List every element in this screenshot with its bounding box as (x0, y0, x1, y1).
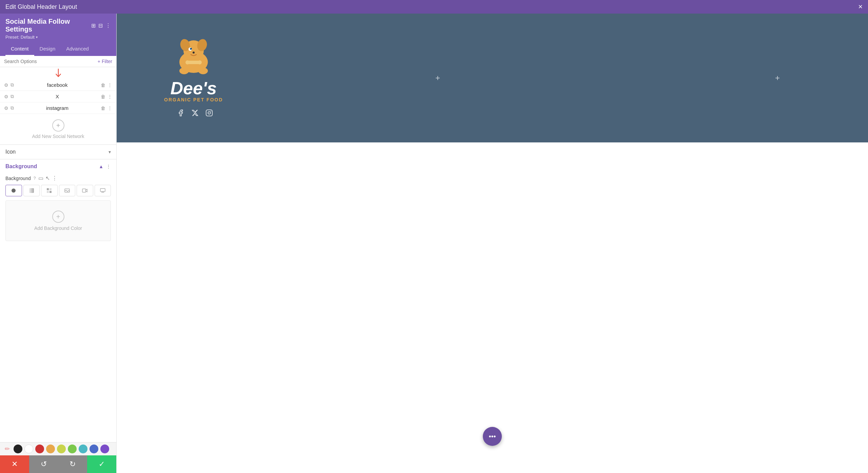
x-item-name: X (17, 94, 98, 99)
svg-point-22 (198, 60, 202, 64)
facebook-copy-icon[interactable]: ⧉ (11, 82, 14, 88)
instagram-gear-icon[interactable]: ⚙ (4, 105, 8, 111)
save-button[interactable]: ✓ (87, 455, 116, 473)
social-item-facebook: ⚙ ⧉ facebook 🗑 ⋮ (0, 79, 116, 91)
color-swatch-teal[interactable] (79, 445, 87, 453)
instagram-item-name: instagram (17, 105, 98, 111)
preview-facebook-icon[interactable] (177, 109, 184, 119)
add-background-color-label: Add Background Color (34, 225, 82, 231)
color-swatch-red[interactable] (35, 445, 44, 453)
background-type-row (5, 185, 111, 196)
facebook-more-icon[interactable]: ⋮ (107, 82, 112, 88)
redo-button[interactable]: ↻ (58, 455, 87, 473)
svg-rect-4 (47, 191, 49, 193)
logo-sub-text: ORGANIC PET FOOD (164, 97, 223, 102)
grid-icon[interactable]: ⊟ (98, 22, 103, 29)
background-desktop-icon[interactable]: ▭ (38, 175, 43, 181)
background-section-more-icon[interactable]: ⋮ (106, 164, 111, 169)
tabs-row: Content Design Advanced (0, 42, 116, 56)
more-icon[interactable]: ⋮ (105, 22, 111, 29)
instagram-copy-icon[interactable]: ⧉ (11, 105, 14, 111)
x-trash-icon[interactable]: 🗑 (101, 94, 105, 99)
x-gear-icon[interactable]: ⚙ (4, 94, 8, 99)
bg-type-image-button[interactable] (59, 185, 76, 196)
svg-rect-2 (47, 188, 49, 190)
tab-advanced[interactable]: Advanced (61, 42, 94, 56)
preview-instagram-icon[interactable] (205, 109, 213, 119)
resize-icon[interactable]: ⊞ (91, 22, 96, 29)
social-item-instagram: ⚙ ⧉ instagram 🗑 ⋮ (0, 102, 116, 114)
logo-text-area: Dee's ORGANIC PET FOOD (164, 79, 223, 102)
add-column-right-button[interactable]: + (775, 73, 780, 83)
down-arrow-icon (53, 68, 63, 79)
tab-content[interactable]: Content (5, 42, 34, 56)
background-label-row: Background ? ▭ ↖ ⋮ (5, 174, 111, 181)
background-more-icon[interactable]: ⋮ (52, 175, 57, 181)
preview-x-icon[interactable] (191, 109, 199, 119)
svg-point-24 (198, 67, 208, 74)
bg-type-gradient-button[interactable] (23, 185, 40, 196)
panel-title-row: Social Media Follow Settings ⊞ ⊟ ⋮ (5, 18, 111, 33)
color-swatch-white[interactable] (24, 445, 33, 453)
pencil-tool-icon[interactable]: ✏ (3, 445, 12, 453)
svg-rect-3 (50, 188, 52, 190)
facebook-item-right-icons: 🗑 ⋮ (101, 82, 112, 88)
bg-type-slide-button[interactable] (95, 185, 111, 196)
instagram-item-left-icons: ⚙ ⧉ (4, 105, 14, 111)
bg-type-pattern-button[interactable] (41, 185, 58, 196)
color-swatch-green[interactable] (68, 445, 77, 453)
x-copy-icon[interactable]: ⧉ (11, 94, 14, 99)
content-area (117, 142, 868, 473)
background-cursor-icon[interactable]: ↖ (45, 175, 50, 181)
add-social-circle-icon: + (52, 119, 64, 132)
logo-graphic (173, 38, 214, 77)
top-bar: Edit Global Header Layout × (0, 0, 868, 14)
social-items-list: ⚙ ⧉ facebook 🗑 ⋮ ⚙ ⧉ X 🗑 ⋮ (0, 79, 116, 114)
facebook-trash-icon[interactable]: 🗑 (101, 82, 105, 88)
fab-button[interactable]: ••• (483, 427, 502, 446)
left-panel: Social Media Follow Settings ⊞ ⊟ ⋮ Prese… (0, 14, 117, 473)
add-social-button[interactable]: + Add New Social Network (0, 114, 116, 144)
top-bar-title: Edit Global Header Layout (5, 3, 77, 11)
tab-design[interactable]: Design (34, 42, 61, 56)
background-help-icon[interactable]: ? (34, 176, 36, 181)
bg-type-color-button[interactable] (5, 185, 22, 196)
background-color-area: + Add Background Color (5, 200, 111, 241)
svg-rect-7 (82, 189, 86, 192)
facebook-gear-icon[interactable]: ⚙ (4, 82, 8, 88)
instagram-more-icon[interactable]: ⋮ (107, 105, 112, 111)
icon-section-header[interactable]: Icon ▾ (0, 144, 116, 159)
canvas-area: Dee's ORGANIC PET FOOD + (117, 14, 868, 473)
background-section-header[interactable]: Background ▲ ⋮ (0, 159, 116, 174)
bottom-toolbar: ✏ ✕ ↺ ↻ ✓ (0, 442, 116, 473)
color-swatch-purple[interactable] (100, 445, 109, 453)
color-swatch-yellow[interactable] (57, 445, 66, 453)
filter-button[interactable]: + Filter (98, 59, 112, 64)
color-swatch-blue[interactable] (90, 445, 98, 453)
cancel-button[interactable]: ✕ (0, 455, 29, 473)
x-item-left-icons: ⚙ ⧉ (4, 94, 14, 99)
background-section-content: Background ? ▭ ↖ ⋮ (0, 174, 116, 248)
background-label: Background (5, 176, 31, 181)
bg-type-video-button[interactable] (77, 185, 93, 196)
color-swatch-orange[interactable] (46, 445, 55, 453)
x-more-icon[interactable]: ⋮ (107, 94, 112, 99)
add-column-left-button[interactable]: + (435, 73, 440, 83)
svg-point-18 (191, 48, 192, 49)
svg-point-21 (185, 60, 190, 64)
icon-section-chevron-icon: ▾ (108, 149, 111, 155)
background-section-collapse-icon[interactable]: ▲ (99, 164, 103, 169)
search-input[interactable] (4, 59, 95, 64)
preset-chevron-icon[interactable]: ▾ (36, 35, 38, 39)
header-preview: Dee's ORGANIC PET FOOD + (117, 14, 868, 142)
svg-point-19 (193, 52, 195, 54)
close-button[interactable]: × (858, 3, 863, 11)
add-background-color-button[interactable]: + (52, 211, 64, 223)
color-swatches-row: ✏ (0, 442, 116, 455)
social-icons-preview (177, 109, 213, 119)
color-swatch-black[interactable] (14, 445, 22, 453)
reset-button[interactable]: ↺ (29, 455, 58, 473)
panel-title-icons: ⊞ ⊟ ⋮ (91, 22, 111, 29)
svg-rect-25 (206, 110, 212, 116)
instagram-trash-icon[interactable]: 🗑 (101, 105, 105, 111)
